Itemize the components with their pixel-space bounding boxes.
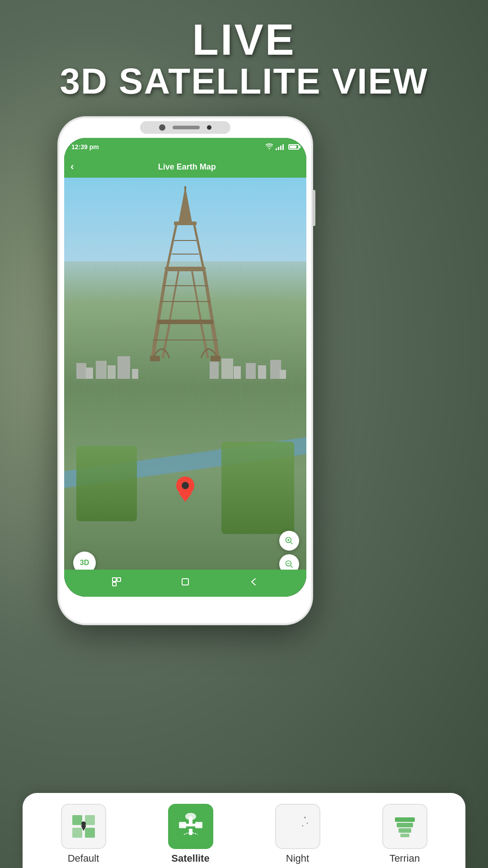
map-view[interactable]: 3D bbox=[64, 178, 306, 597]
svg-marker-49 bbox=[306, 822, 308, 824]
map-type-terrain[interactable]: Terrian bbox=[351, 804, 458, 864]
svg-rect-52 bbox=[397, 823, 413, 827]
phone-frame: 12:39 pm bbox=[59, 118, 312, 624]
night-icon-box bbox=[275, 804, 320, 849]
status-icons bbox=[266, 143, 299, 151]
svg-rect-21 bbox=[211, 356, 221, 361]
svg-rect-46 bbox=[179, 822, 186, 828]
zoom-in-button[interactable] bbox=[279, 531, 299, 551]
svg-rect-2 bbox=[174, 222, 197, 225]
phone-screen: 12:39 pm bbox=[64, 138, 306, 597]
green-area-right bbox=[221, 442, 294, 534]
signal-bars-icon bbox=[276, 144, 284, 150]
battery-icon bbox=[288, 144, 299, 150]
app-title: Live Earth Map bbox=[74, 162, 300, 172]
svg-rect-20 bbox=[150, 356, 160, 361]
front-camera-icon bbox=[159, 124, 165, 131]
location-pin bbox=[174, 476, 197, 505]
svg-line-26 bbox=[291, 542, 293, 544]
zoom-controls bbox=[279, 531, 299, 574]
svg-point-23 bbox=[182, 482, 189, 489]
svg-rect-39 bbox=[85, 828, 95, 838]
svg-point-40 bbox=[81, 821, 86, 826]
svg-rect-51 bbox=[395, 817, 415, 822]
svg-line-16 bbox=[201, 324, 208, 358]
terrain-icon-box bbox=[382, 804, 427, 849]
svg-rect-37 bbox=[85, 815, 95, 825]
phone-mockup: 12:39 pm bbox=[59, 118, 312, 624]
green-area-left bbox=[76, 446, 137, 521]
default-label: Default bbox=[68, 853, 99, 864]
svg-rect-7 bbox=[165, 267, 206, 271]
title-live: LIVE bbox=[0, 18, 488, 61]
night-label: Night bbox=[286, 853, 309, 864]
status-time: 12:39 pm bbox=[71, 143, 99, 151]
svg-rect-38 bbox=[72, 828, 82, 838]
svg-rect-12 bbox=[157, 320, 213, 324]
android-nav-bar bbox=[64, 570, 306, 597]
svg-rect-47 bbox=[195, 822, 202, 828]
eiffel-tower-image bbox=[149, 186, 221, 378]
svg-marker-1 bbox=[178, 186, 192, 222]
svg-rect-36 bbox=[72, 815, 82, 825]
back-button[interactable]: ‹ bbox=[70, 161, 74, 173]
satellite-label: Satellite bbox=[171, 853, 209, 864]
title-sub: 3D SATELLITE VIEW bbox=[0, 61, 488, 101]
front-camera2-icon bbox=[207, 125, 211, 130]
svg-rect-34 bbox=[113, 582, 116, 586]
speaker-icon bbox=[173, 126, 200, 129]
svg-line-11 bbox=[192, 271, 201, 322]
svg-line-10 bbox=[169, 271, 178, 322]
default-icon-box bbox=[61, 804, 106, 849]
app-header: ‹ Live Earth Map bbox=[64, 156, 306, 178]
svg-rect-45 bbox=[189, 829, 192, 835]
svg-line-4 bbox=[194, 225, 203, 268]
3d-label: 3D bbox=[80, 559, 89, 567]
battery-fill bbox=[290, 146, 296, 148]
svg-rect-32 bbox=[113, 578, 116, 581]
svg-marker-48 bbox=[304, 816, 306, 818]
svg-point-43 bbox=[185, 813, 196, 820]
nav-recent-icon[interactable] bbox=[112, 577, 122, 590]
svg-marker-24 bbox=[178, 493, 192, 502]
svg-rect-35 bbox=[182, 579, 188, 585]
svg-rect-54 bbox=[400, 834, 409, 837]
wifi-icon bbox=[266, 143, 273, 151]
phone-top-bar bbox=[140, 121, 230, 134]
satellite-icon-box bbox=[168, 804, 213, 849]
svg-line-30 bbox=[291, 566, 293, 568]
svg-line-15 bbox=[163, 324, 169, 358]
map-type-satellite[interactable]: Satellite bbox=[137, 804, 244, 864]
nav-back-icon[interactable] bbox=[249, 577, 259, 590]
map-type-night[interactable]: Night bbox=[244, 804, 351, 864]
svg-rect-33 bbox=[117, 578, 121, 581]
status-bar: 12:39 pm bbox=[64, 138, 306, 156]
svg-marker-50 bbox=[302, 825, 304, 826]
nav-home-icon[interactable] bbox=[180, 577, 190, 590]
map-type-default[interactable]: Default bbox=[30, 804, 137, 864]
terrain-label: Terrian bbox=[389, 853, 420, 864]
bottom-sheet: Default Satellite bbox=[23, 793, 465, 868]
side-button bbox=[313, 190, 315, 226]
title-area: LIVE 3D SATELLITE VIEW bbox=[0, 18, 488, 101]
svg-line-3 bbox=[167, 225, 176, 268]
svg-rect-53 bbox=[399, 828, 411, 833]
map-types-row: Default Satellite bbox=[26, 804, 462, 864]
